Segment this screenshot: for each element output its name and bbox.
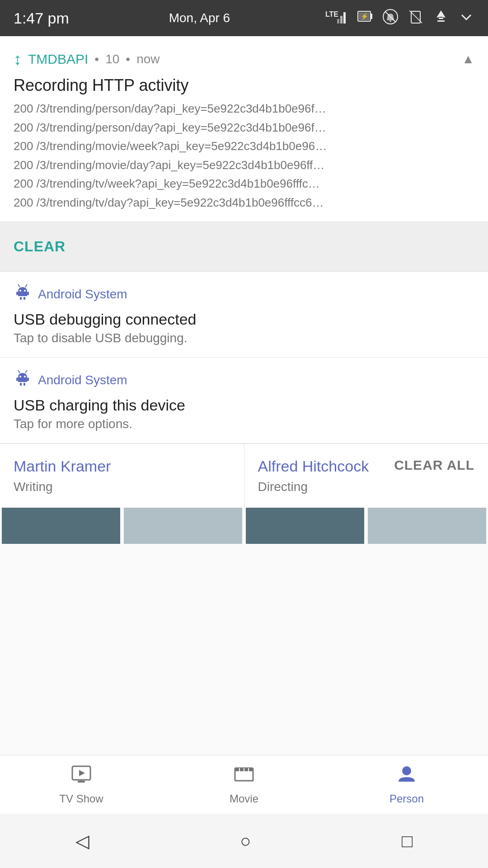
status-icons: LTE ⚡ (325, 8, 474, 29)
no-notifications-icon (382, 9, 399, 28)
card-image-2 (124, 508, 242, 544)
clear-all-button[interactable]: CLEAR ALL (394, 458, 474, 473)
svg-rect-28 (27, 377, 29, 381)
nav-item-movie[interactable]: Movie (163, 764, 325, 805)
cards-section: Martin Kramer Writing Alfred Hitchcock D… (0, 443, 488, 508)
usb-charging-body: Tap for more options. (14, 417, 474, 431)
svg-rect-33 (78, 781, 85, 783)
svg-text:LTE: LTE (325, 10, 338, 18)
svg-rect-2 (340, 16, 343, 24)
svg-rect-13 (437, 20, 445, 22)
svg-rect-20 (27, 292, 29, 295)
tmdb-expand-icon[interactable]: ▲ (462, 52, 474, 66)
svg-rect-30 (23, 383, 25, 386)
svg-point-24 (24, 376, 26, 377)
card-alfred-hitchcock[interactable]: Alfred Hitchcock Directing CLEAR ALL (244, 444, 488, 508)
bottom-nav: TV Show Movie Person (0, 755, 488, 814)
clear-button[interactable]: CLEAR (14, 238, 66, 255)
svg-point-23 (19, 376, 21, 377)
usb-debugging-notification[interactable]: Android System USB debugging connected T… (0, 272, 488, 358)
android-system-icon-1 (14, 283, 32, 305)
svg-rect-29 (20, 383, 22, 386)
svg-line-17 (18, 284, 20, 287)
status-bar: 1:47 pm Mon, Apr 6 LTE ⚡ (0, 0, 488, 36)
svg-rect-22 (23, 297, 25, 300)
recents-button[interactable]: □ (402, 831, 413, 851)
svg-rect-27 (16, 377, 18, 381)
tmdb-time: now (136, 52, 160, 66)
tmdb-line-5: 200 /3/trending/tv/week?api_key=5e922c3d… (14, 175, 474, 193)
svg-rect-21 (20, 297, 22, 300)
svg-line-25 (18, 370, 20, 373)
card-image-1 (2, 508, 120, 544)
svg-rect-19 (16, 292, 18, 295)
tmdb-line-2: 200 /3/trending/person/day?api_key=5e922… (14, 118, 474, 137)
card-image-3 (246, 508, 364, 544)
airplane-mode-icon (433, 9, 449, 28)
usb-debugging-title: USB debugging connected (14, 311, 474, 328)
movie-label: Movie (230, 793, 258, 805)
card-martin-title: Martin Kramer (14, 458, 230, 475)
movie-icon (233, 764, 255, 789)
tmdb-meta-separator2: • (126, 52, 130, 66)
back-button[interactable]: ◁ (75, 830, 89, 851)
svg-rect-14 (439, 18, 443, 19)
tmdb-meta-separator: • (94, 52, 99, 66)
notification-panel: ↕ TMDBAPI • 10 • now ▲ Recording HTTP ac… (0, 36, 488, 814)
tmdb-app-row: ↕ TMDBAPI • 10 • now ▲ (14, 50, 474, 69)
svg-rect-3 (343, 12, 346, 24)
svg-text:⚡: ⚡ (361, 13, 369, 20)
svg-line-26 (25, 370, 27, 373)
android-system-icon-2 (14, 369, 32, 391)
tvshow-label: TV Show (59, 793, 103, 805)
usb-charging-header: Android System (14, 369, 474, 391)
tmdb-notification[interactable]: ↕ TMDBAPI • 10 • now ▲ Recording HTTP ac… (0, 36, 488, 222)
tmdb-line-3: 200 /3/trending/movie/week?api_key=5e922… (14, 137, 474, 156)
usb-debugging-body: Tap to disable USB debugging. (14, 331, 474, 345)
system-nav-bar: ◁ ○ □ (0, 814, 488, 868)
person-icon (396, 764, 418, 789)
card-alfred-subtitle: Directing (258, 480, 475, 494)
nav-item-tvshow[interactable]: TV Show (0, 764, 163, 805)
nav-item-person[interactable]: Person (325, 764, 488, 805)
card-martin-subtitle: Writing (14, 480, 230, 494)
svg-line-18 (25, 284, 27, 287)
screen-rotation-off-icon (408, 9, 424, 28)
svg-point-40 (402, 766, 411, 775)
svg-point-16 (24, 290, 26, 292)
status-time: 1:47 pm (14, 9, 69, 27)
status-date: Mon, Apr 6 (169, 11, 230, 25)
tmdb-app-name: TMDBAPI (28, 52, 88, 67)
battery-charging-icon: ⚡ (357, 9, 373, 28)
svg-rect-5 (371, 14, 372, 19)
usb-charging-notification[interactable]: Android System USB charging this device … (0, 358, 488, 443)
tmdb-line-4: 200 /3/trending/movie/day?api_key=5e922c… (14, 156, 474, 175)
usb-debugging-app-name: Android System (38, 287, 127, 302)
tvshow-icon (70, 764, 92, 789)
svg-marker-32 (79, 770, 85, 776)
clear-section[interactable]: CLEAR (0, 222, 488, 272)
tmdb-count: 10 (105, 52, 119, 66)
tmdb-line-1: 200 /3/trending/person/day?api_key=5e922… (14, 99, 474, 118)
svg-point-10 (389, 20, 391, 22)
tmdb-app-icon: ↕ (14, 50, 22, 69)
lte-signal-icon: LTE (325, 8, 348, 29)
person-label: Person (389, 793, 424, 805)
card-image-4 (368, 508, 486, 544)
card-images-row (0, 508, 488, 544)
tmdb-line-6: 200 /3/trending/tv/day?api_key=5e922c3d4… (14, 193, 474, 212)
tmdb-notification-title: Recording HTTP activity (14, 76, 474, 95)
usb-charging-app-name: Android System (38, 373, 127, 387)
card-martin-kramer[interactable]: Martin Kramer Writing (0, 444, 244, 508)
expand-down-icon[interactable] (458, 9, 474, 28)
svg-rect-1 (337, 19, 339, 24)
usb-charging-title: USB charging this device (14, 396, 474, 414)
usb-debugging-header: Android System (14, 283, 474, 305)
home-button[interactable]: ○ (240, 831, 251, 851)
svg-point-15 (19, 290, 21, 292)
